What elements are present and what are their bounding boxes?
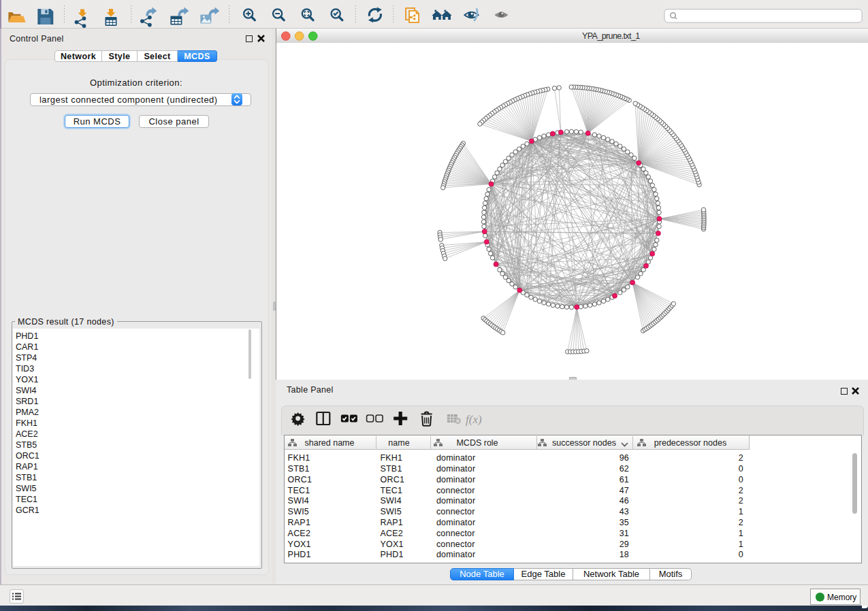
svg-text:f(x): f(x) [466,413,482,426]
